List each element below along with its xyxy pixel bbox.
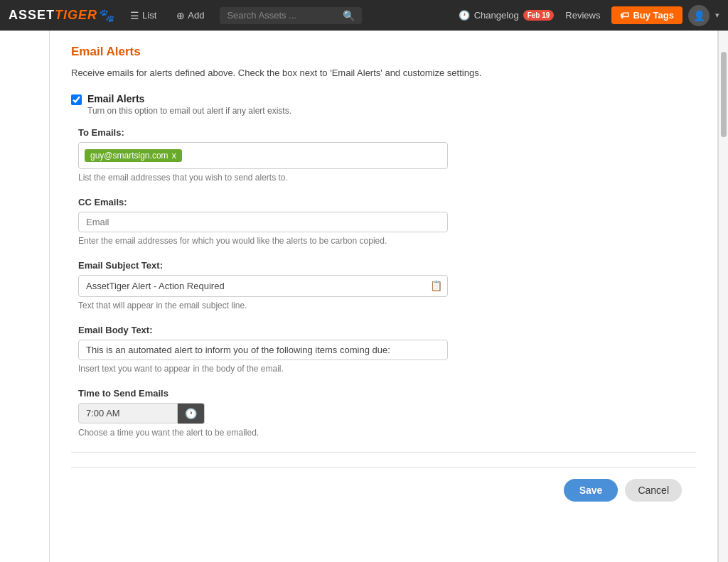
clock-icon: 🕐	[185, 408, 197, 419]
scrollbar[interactable]	[718, 31, 728, 562]
bottom-bar: Save Cancel	[71, 467, 696, 513]
logo-tiger-text: TIGER	[55, 8, 97, 23]
cancel-button[interactable]: Cancel	[625, 479, 682, 502]
changelog-label: Changelog	[474, 10, 519, 21]
time-input-row: 🕐	[78, 403, 220, 424]
changelog-button[interactable]: 🕐 Changelog Feb 19	[459, 10, 555, 21]
scrollbar-thumb[interactable]	[721, 52, 727, 137]
email-body-input[interactable]	[78, 340, 448, 360]
buy-tags-label: Buy Tags	[633, 10, 674, 21]
cc-emails-input[interactable]	[78, 212, 448, 232]
avatar-dropdown-caret[interactable]: ▾	[715, 11, 719, 20]
changelog-badge: Feb 19	[523, 10, 555, 21]
nav-list-item[interactable]: ☰ List	[126, 7, 161, 24]
clock-icon: 🕐	[459, 10, 470, 21]
save-button[interactable]: Save	[564, 479, 619, 502]
bottom-divider	[71, 452, 696, 453]
email-body-group: Email Body Text: Insert text you want to…	[71, 325, 696, 374]
buy-tags-button[interactable]: 🏷 Buy Tags	[611, 6, 682, 24]
email-alerts-checkbox-label: Email Alerts	[87, 93, 291, 104]
email-alerts-checkbox-sublabel: Turn on this option to email out alert i…	[87, 106, 291, 116]
logo-asset-text: ASSET	[9, 8, 55, 23]
email-alerts-description: Receive emails for alerts defined above.…	[71, 66, 696, 80]
cc-emails-label: CC Emails:	[78, 197, 696, 207]
left-sidebar	[0, 31, 50, 562]
avatar-icon: 👤	[693, 10, 705, 21]
email-subject-input-wrapper: 📋	[78, 275, 448, 297]
email-subject-label: Email Subject Text:	[78, 260, 696, 271]
email-subject-hint: Text that will appear in the email subje…	[78, 301, 696, 310]
logo[interactable]: ASSET TIGER 🐾	[9, 8, 114, 23]
nav-right: 🕐 Changelog Feb 19 Reviews 🏷 Buy Tags 👤 …	[459, 5, 719, 26]
time-clock-button[interactable]: 🕐	[178, 403, 205, 424]
email-alerts-checkbox-row: Email Alerts Turn on this option to emai…	[71, 93, 696, 116]
nav-list-label: List	[142, 10, 156, 21]
email-alerts-checkbox-label-group: Email Alerts Turn on this option to emai…	[87, 93, 291, 116]
page-wrapper: Email Alerts Receive emails for alerts d…	[0, 31, 728, 562]
reviews-label: Reviews	[565, 10, 600, 21]
search-input[interactable]	[227, 10, 338, 21]
email-subject-group: Email Subject Text: 📋 Text that will app…	[71, 260, 696, 310]
clipboard-icon: 📋	[430, 280, 442, 291]
avatar[interactable]: 👤	[688, 5, 710, 26]
time-to-send-group: Time to Send Emails 🕐 Choose a time you …	[71, 388, 696, 438]
to-emails-hint: List the email addresses that you wish t…	[78, 173, 696, 183]
email-tag-text: guy@smartsign.com	[90, 151, 168, 161]
cc-emails-hint: Enter the email addresses for which you …	[78, 236, 696, 246]
to-emails-label: To Emails:	[78, 127, 696, 138]
email-body-hint: Insert text you want to appear in the bo…	[78, 364, 696, 374]
time-input[interactable]	[78, 403, 178, 423]
email-alerts-title: Email Alerts	[71, 45, 696, 59]
cc-emails-group: CC Emails: Enter the email addresses for…	[71, 197, 696, 246]
search-bar[interactable]: 🔍	[220, 7, 362, 24]
time-hint: Choose a time you want the alert to be e…	[78, 428, 696, 438]
navbar: ASSET TIGER 🐾 ☰ List ⊕ Add 🔍 🕐 Changelog…	[0, 0, 728, 31]
add-icon: ⊕	[176, 10, 185, 21]
to-emails-input-box[interactable]: guy@smartsign.com x	[78, 142, 448, 169]
email-body-label: Email Body Text:	[78, 325, 696, 335]
nav-add-item[interactable]: ⊕ Add	[172, 7, 208, 24]
email-alerts-checkbox[interactable]	[71, 94, 82, 105]
to-emails-group: To Emails: guy@smartsign.com x List the …	[71, 127, 696, 183]
nav-add-label: Add	[188, 10, 204, 21]
logo-paw-icon: 🐾	[99, 8, 114, 23]
tag-icon: 🏷	[620, 10, 629, 21]
email-tag: guy@smartsign.com x	[85, 149, 182, 162]
reviews-button[interactable]: Reviews	[560, 7, 606, 23]
time-to-send-label: Time to Send Emails	[78, 388, 696, 399]
search-icon: 🔍	[343, 10, 355, 21]
list-icon: ☰	[130, 10, 139, 21]
main-content: Email Alerts Receive emails for alerts d…	[50, 31, 718, 562]
email-subject-input[interactable]	[78, 275, 448, 297]
email-tag-close-icon[interactable]: x	[172, 151, 177, 160]
